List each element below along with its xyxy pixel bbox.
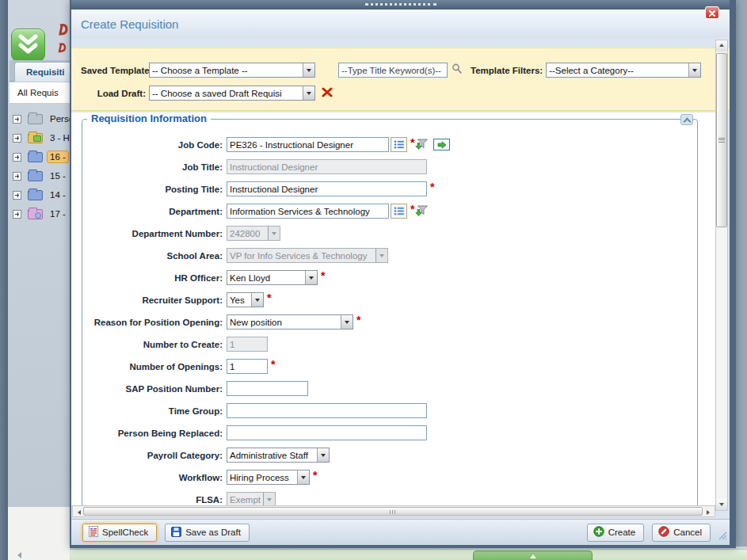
cancel-button[interactable]: Cancel xyxy=(652,524,711,542)
form-row-posting-title: Posting Title: * xyxy=(82,181,697,196)
form-row-job-title: Job Title: xyxy=(82,159,697,174)
workflow-value: Hiring Process xyxy=(227,470,297,484)
save-icon xyxy=(171,527,181,539)
sap-position-number-label: SAP Position Number: xyxy=(82,384,227,394)
expand-icon[interactable] xyxy=(13,153,21,162)
form-row-job-code: Job Code: * xyxy=(82,137,697,152)
payroll-category-label: Payroll Category: xyxy=(82,451,227,460)
green-down-arrow-icon xyxy=(415,205,422,219)
template-filters-value: --Select a Category-- xyxy=(547,63,688,77)
template-bar: Saved Templates: -- Choose a Template --… xyxy=(71,48,730,111)
window-top-edge xyxy=(71,0,730,10)
requisitions-side-panel: Requisiti All Requis Perso 3 - H 16 - 15… xyxy=(8,0,70,507)
template-filters-label: Template Filters: xyxy=(471,66,546,75)
dialog-footer: SpellCheck Save as Draft xyxy=(71,519,730,545)
tree-item-label: 3 - H xyxy=(48,132,72,143)
horizontal-scroll-thumb[interactable] xyxy=(83,507,703,516)
load-draft-select[interactable]: -- Choose a saved Draft Requisi xyxy=(149,86,315,101)
page-scroll-left-icon[interactable] xyxy=(14,552,21,558)
scroll-left-icon[interactable] xyxy=(75,510,81,515)
job-title-label: Job Title: xyxy=(82,162,227,172)
reason-for-opening-select[interactable]: New position xyxy=(227,314,353,330)
expand-icon[interactable] xyxy=(13,210,21,219)
template-filters-select[interactable]: --Select a Category-- xyxy=(546,63,701,78)
school-area-label: School Area: xyxy=(82,251,227,261)
job-title-input xyxy=(227,159,427,174)
department-input[interactable] xyxy=(227,204,389,219)
saved-templates-select[interactable]: -- Choose a Template -- xyxy=(149,63,315,78)
sap-position-number-input[interactable] xyxy=(227,381,308,396)
scroll-right-icon[interactable] xyxy=(707,510,712,515)
title-keyword-input[interactable] xyxy=(338,63,448,78)
dropdown-arrow-icon xyxy=(268,227,280,240)
dropdown-arrow-icon xyxy=(317,448,329,462)
dialog-vertical-scrollbar[interactable] xyxy=(715,40,728,511)
workflow-select[interactable]: Hiring Process xyxy=(227,470,310,485)
time-group-input[interactable] xyxy=(227,403,427,418)
hr-officer-select[interactable]: Ken Lloyd xyxy=(227,270,318,285)
hr-officer-label: HR Officer: xyxy=(82,273,227,283)
department-label: Department: xyxy=(82,207,227,216)
requisition-information-fieldset: Requisition Information Job Code: xyxy=(82,119,698,505)
tree-item-label: 17 - xyxy=(48,208,68,219)
clear-draft-icon[interactable] xyxy=(322,86,333,101)
search-icon[interactable] xyxy=(452,63,463,78)
window-header: Create Requisition xyxy=(71,10,730,38)
bottom-dock-expander[interactable] xyxy=(473,550,593,560)
create-button[interactable]: Create xyxy=(587,524,645,542)
scroll-down-icon[interactable] xyxy=(716,499,727,510)
window-drag-grip[interactable] xyxy=(365,3,436,6)
expand-icon[interactable] xyxy=(13,134,21,143)
saved-templates-value: -- Choose a Template -- xyxy=(150,63,303,77)
required-marker: * xyxy=(271,360,275,368)
expand-icon[interactable] xyxy=(13,191,21,200)
department-filter-funnel-icon[interactable] xyxy=(417,204,431,218)
folder-icon xyxy=(28,171,43,181)
reason-for-opening-label: Reason for Position Opening: xyxy=(82,318,227,327)
dialog-horizontal-scrollbar[interactable] xyxy=(72,505,715,517)
vertical-scroll-thumb[interactable] xyxy=(716,53,727,227)
job-code-input[interactable] xyxy=(227,137,389,152)
scroll-up-icon[interactable] xyxy=(716,40,727,51)
required-marker: * xyxy=(410,139,414,147)
resize-grip-icon[interactable] xyxy=(717,529,727,543)
reason-for-opening-value: New position xyxy=(227,315,341,329)
posting-title-label: Posting Title: xyxy=(82,185,227,194)
department-number-label: Department Number: xyxy=(82,229,227,238)
save-as-draft-button[interactable]: Save as Draft xyxy=(165,524,250,542)
dropdown-arrow-icon xyxy=(263,493,275,505)
job-code-apply-button[interactable] xyxy=(433,139,450,150)
load-draft-label: Load Draft: xyxy=(81,89,149,98)
number-of-openings-input[interactable] xyxy=(227,359,268,374)
department-lookup-button[interactable] xyxy=(391,204,407,219)
school-area-select: VP for Info Services & Technology xyxy=(227,248,388,263)
form-row-department: Department: * xyxy=(82,204,697,219)
recruiter-support-select[interactable]: Yes xyxy=(227,292,264,307)
required-marker: * xyxy=(321,272,325,280)
school-area-value: VP for Info Services & Technology xyxy=(227,249,375,262)
spellcheck-button[interactable]: SpellCheck xyxy=(82,524,157,542)
department-number-value: 242800 xyxy=(227,227,268,240)
brand-logo-fragment xyxy=(57,24,70,59)
posting-title-input[interactable] xyxy=(227,181,427,196)
tree-item-label-selected: 16 - xyxy=(48,151,68,162)
form-scroll-region: Requisition Information Job Code: xyxy=(71,112,717,505)
create-plus-icon xyxy=(593,526,604,539)
folder-icon xyxy=(28,133,43,143)
job-code-label: Job Code: xyxy=(82,140,227,150)
spellcheck-icon xyxy=(89,526,98,539)
expand-icon[interactable] xyxy=(13,115,21,124)
close-button[interactable] xyxy=(705,6,719,19)
cancel-label: Cancel xyxy=(673,528,702,537)
collapse-fieldset-button[interactable] xyxy=(680,114,693,125)
job-code-lookup-button[interactable] xyxy=(391,137,407,152)
recruiter-support-value: Yes xyxy=(227,293,251,307)
saved-templates-label: Saved Templates: xyxy=(81,66,149,75)
payroll-category-select[interactable]: Administrative Staff xyxy=(227,448,330,463)
requisition-filter-select[interactable]: All Requis xyxy=(10,82,70,104)
job-code-filter-funnel-icon[interactable] xyxy=(417,138,431,151)
form-row-flsa: FLSA: Exempt xyxy=(82,492,697,505)
page-content-below-modal xyxy=(8,507,70,560)
person-being-replaced-input[interactable] xyxy=(227,425,427,440)
expand-icon[interactable] xyxy=(13,172,21,181)
